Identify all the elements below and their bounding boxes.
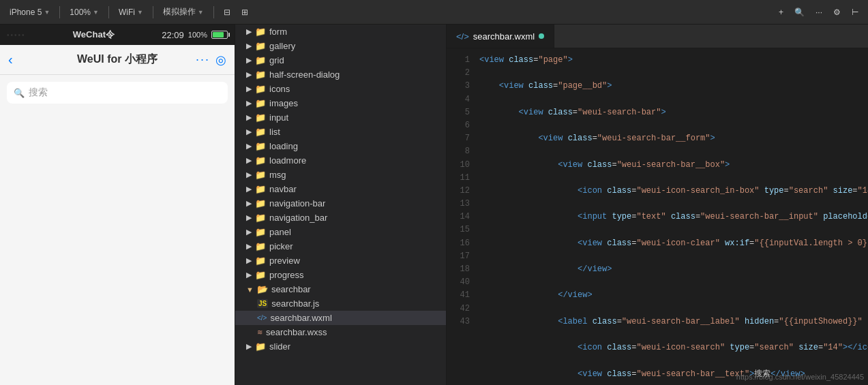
device-selector[interactable]: iPhone 5 ▼ [5, 5, 54, 19]
tree-item-label: msg [269, 170, 286, 180]
folder-collapse-icon: ▶ [246, 271, 252, 279]
phone-battery-pct: 100% [188, 31, 207, 39]
folder-collapse-icon: ▶ [246, 213, 252, 222]
code-line-2: <view class="page__bd"> [479, 80, 868, 93]
tree-item-label: navbar [269, 184, 297, 194]
tree-item-form[interactable]: ▶ 📁 form [235, 25, 446, 39]
tree-item-half-screen-dialog[interactable]: ▶ 📁 half-screen-dialog [235, 67, 446, 82]
tree-item-navbar[interactable]: ▶ 📁 navbar [235, 182, 446, 196]
toolbar-icon-btn2[interactable]: ⊞ [237, 5, 252, 19]
code-content[interactable]: <view class="page"> <view class="page__b… [474, 48, 868, 385]
code-tab-label: searchbar.wxml [473, 31, 535, 42]
toolbar-icon-btn1[interactable]: ⊟ [220, 5, 235, 19]
phone-search-bar[interactable]: 🔍 搜索 [7, 82, 228, 104]
tree-item-slider[interactable]: ▶ 📁 slider [235, 339, 446, 354]
tree-item-loading[interactable]: ▶ 📁 loading [235, 139, 446, 153]
tree-item-searchbar-js[interactable]: JS searchbar.js [235, 296, 446, 311]
folder-icon: 📁 [255, 27, 266, 37]
folder-collapse-icon: ▶ [246, 242, 252, 251]
phone-target-button[interactable]: ◎ [215, 52, 226, 67]
tree-item-label: panel [269, 227, 291, 237]
phone-nav-bar: ‹ WeUI for 小程序 ··· ◎ [0, 45, 235, 75]
folder-collapse-icon: ▶ [246, 56, 252, 65]
phone-nav-right: ··· ◎ [196, 52, 226, 67]
folder-icon: 📁 [255, 341, 266, 352]
folder-icon: 📁 [255, 141, 266, 151]
code-tab-searchbar-wxml[interactable]: </> searchbar.wxml [447, 25, 554, 48]
folder-expand-icon: ▼ [246, 286, 254, 294]
settings-icon: ⚙ [833, 7, 841, 17]
code-line-3: <view class="weui-search-bar"> [479, 106, 868, 119]
folder-collapse-icon: ▶ [246, 256, 252, 265]
tree-item-label: gallery [269, 41, 295, 51]
tree-item-picker[interactable]: ▶ 📁 picker [235, 239, 446, 253]
phone-time: 22:09 [162, 30, 184, 40]
phone-more-button[interactable]: ··· [196, 52, 210, 67]
tree-item-preview[interactable]: ▶ 📁 preview [235, 253, 446, 268]
folder-icon: 📁 [255, 84, 266, 94]
tree-item-navigation_bar[interactable]: ▶ 📁 navigation_bar [235, 211, 446, 225]
folder-icon: 📁 [255, 213, 266, 223]
phone-brand: WeChat令 [73, 29, 115, 41]
tree-item-gallery[interactable]: ▶ 📁 gallery [235, 39, 446, 53]
tree-item-input[interactable]: ▶ 📁 input [235, 110, 446, 125]
tree-item-searchbar-wxml[interactable]: </> searchbar.wxml [235, 311, 446, 325]
line-numbers-gutter: 1 2 3 4 5 6 7 8 10 11 12 13 14 15 16 17 … [447, 48, 474, 385]
tree-item-progress[interactable]: ▶ 📁 progress [235, 268, 446, 282]
tree-item-navigation-bar[interactable]: ▶ 📁 navigation-bar [235, 196, 446, 211]
layout-icon: ⊞ [241, 7, 248, 17]
zoom-chevron-icon: ▼ [93, 9, 99, 16]
tree-item-panel[interactable]: ▶ 📁 panel [235, 225, 446, 239]
battery-fill [213, 32, 224, 37]
zoom-selector[interactable]: 100% ▼ [65, 5, 103, 19]
tree-item-label: icons [269, 84, 290, 94]
folder-icon: 📁 [255, 127, 266, 137]
phone-page-title: WeUI for 小程序 [77, 52, 158, 67]
tree-item-label: images [269, 98, 298, 108]
phone-signal: ••••• [7, 31, 26, 39]
code-editor-body[interactable]: 1 2 3 4 5 6 7 8 10 11 12 13 14 15 16 17 … [447, 48, 868, 385]
folder-icon: 📁 [255, 112, 266, 123]
tree-item-msg[interactable]: ▶ 📁 msg [235, 168, 446, 182]
tree-item-label: searchbar.wxss [266, 327, 327, 337]
code-line-6: <icon class="weui-icon-search_in-box" ty… [479, 185, 868, 198]
folder-collapse-icon: ▶ [246, 27, 252, 36]
more-icon: ··· [815, 7, 822, 17]
wifi-selector[interactable]: WiFi ▼ [115, 5, 147, 19]
tree-item-label: progress [269, 270, 304, 280]
folder-collapse-icon: ▶ [246, 113, 252, 122]
back-button[interactable]: ‹ [8, 52, 13, 67]
wxml-tab-icon: </> [456, 31, 469, 42]
sep3 [153, 6, 153, 18]
tree-item-label: navigation_bar [269, 213, 327, 223]
tree-item-searchbar-wxss[interactable]: ≋ searchbar.wxss [235, 325, 446, 339]
split-button[interactable]: ⊢ [848, 5, 863, 19]
tree-item-icons[interactable]: ▶ 📁 icons [235, 82, 446, 96]
search-icon: 🔍 [794, 7, 805, 17]
code-line-11: </view> [479, 289, 868, 302]
simulate-selector[interactable]: 模拟操作 ▼ [159, 4, 208, 20]
tree-item-label: half-screen-dialog [269, 70, 340, 80]
simulate-chevron-icon: ▼ [198, 9, 204, 16]
folder-icon: 📁 [255, 241, 266, 251]
simulate-label: 模拟操作 [163, 6, 196, 18]
wxml-file-icon: </> [257, 314, 267, 322]
sep1 [59, 6, 60, 18]
phone-search-icon: 🔍 [14, 88, 25, 98]
search-button[interactable]: 🔍 [790, 5, 809, 19]
more-button[interactable]: ··· [811, 5, 826, 19]
tree-item-images[interactable]: ▶ 📁 images [235, 96, 446, 110]
code-editor-panel: </> searchbar.wxml 1 2 3 4 5 6 7 8 10 11… [447, 25, 868, 385]
folder-collapse-icon: ▶ [246, 70, 252, 79]
tree-item-grid[interactable]: ▶ 📁 grid [235, 53, 446, 67]
tree-item-label: loading [269, 141, 298, 151]
folder-collapse-icon: ▶ [246, 342, 252, 351]
folder-collapse-icon: ▶ [246, 142, 252, 151]
split-icon: ⊢ [852, 7, 858, 17]
tree-item-list[interactable]: ▶ 📁 list [235, 125, 446, 139]
folder-icon: 📁 [255, 198, 266, 209]
tree-item-loadmore[interactable]: ▶ 📁 loadmore [235, 153, 446, 168]
tree-item-searchbar[interactable]: ▼ 📂 searchbar [235, 282, 446, 296]
settings-button[interactable]: ⚙ [829, 5, 845, 19]
add-button[interactable]: + [775, 5, 788, 19]
